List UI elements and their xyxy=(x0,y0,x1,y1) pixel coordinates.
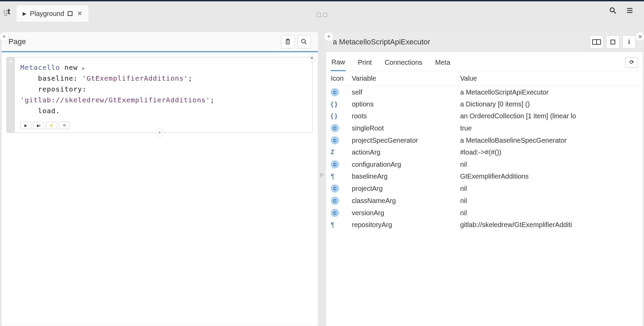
search-icon[interactable] xyxy=(609,7,616,16)
row-value: true xyxy=(460,124,638,132)
workspace: + Page ✕ Metacello new ▶ baseline: 'GtEx… xyxy=(0,22,644,326)
table-row[interactable]: ¶repositoryArggitlab://skeledrew/GtExemp… xyxy=(326,219,643,231)
tab-connections[interactable]: Connections xyxy=(384,56,423,70)
tab-playground[interactable]: ▶ Playground ✕ xyxy=(17,5,88,22)
table-row[interactable]: CconfigurationArgnil xyxy=(326,158,643,170)
row-icon: C xyxy=(331,88,352,96)
info-button[interactable]: i xyxy=(622,35,636,49)
inspector-title: a MetacelloScriptApiExecutor xyxy=(333,38,590,46)
snippet-gutter[interactable] xyxy=(7,57,15,133)
table-row[interactable]: CversionArgnil xyxy=(326,207,643,219)
svg-line-1 xyxy=(614,12,616,14)
row-icon: C xyxy=(331,136,352,144)
inspector-header: a MetacelloScriptApiExecutor i xyxy=(326,32,643,52)
snippet-close-button[interactable]: ✕ xyxy=(308,54,316,62)
row-value: #load:->#(#()) xyxy=(460,148,638,156)
row-variable: singleRoot xyxy=(352,124,460,132)
row-value: a MetacelloScriptApiExecutor xyxy=(460,88,638,96)
row-icon: Σ xyxy=(331,149,352,156)
close-pane-button[interactable]: ✕ xyxy=(635,32,644,41)
run-cursor-icon[interactable]: ▶ xyxy=(82,65,85,71)
do-it-button[interactable]: ▶ xyxy=(20,122,31,129)
svg-point-0 xyxy=(610,8,614,12)
table-row[interactable]: CprojectArgnil xyxy=(326,182,643,195)
row-icon: C xyxy=(331,184,352,192)
maximize-icon xyxy=(610,40,615,44)
table-row[interactable]: { }optionsa Dictionary [0 items] () xyxy=(326,98,643,110)
row-variable: self xyxy=(352,88,460,96)
class-icon: C xyxy=(331,184,339,192)
row-variable: configurationArg xyxy=(352,161,460,168)
row-variable: classNameArg xyxy=(352,197,460,205)
column-header-icon: Icon xyxy=(331,75,352,82)
class-icon: C xyxy=(331,88,339,96)
do-it-and-go-button[interactable]: ▶i xyxy=(33,122,44,129)
row-variable: actionArg xyxy=(352,148,460,156)
code-editor[interactable]: Metacello new ▶ baseline: 'GtExemplifier… xyxy=(7,57,313,120)
row-icon: C xyxy=(331,209,352,217)
column-header-variable: Variable xyxy=(352,75,460,82)
close-icon[interactable]: ✕ xyxy=(77,10,82,17)
refresh-button[interactable]: ⟳ xyxy=(625,57,638,68)
row-value: nil xyxy=(460,197,638,205)
browse-button[interactable] xyxy=(590,35,603,49)
table-row[interactable]: { }rootsan OrderedCollection [1 item] (l… xyxy=(326,110,643,122)
layout-mode-icons[interactable] xyxy=(317,13,327,17)
row-variable: versionArg xyxy=(352,209,460,217)
clipboard-button[interactable] xyxy=(281,35,295,48)
add-snippet-button[interactable]: + xyxy=(156,128,164,137)
row-icon: { } xyxy=(331,101,352,108)
row-icon: ¶ xyxy=(331,221,352,229)
chevron-right-icon[interactable]: ▸ xyxy=(320,168,325,180)
tab-raw[interactable]: Raw xyxy=(331,56,346,71)
row-icon: ¶ xyxy=(331,172,352,180)
paragraph-icon: ¶ xyxy=(331,221,335,229)
row-value: an OrderedCollection [1 item] (linear lo xyxy=(460,112,638,120)
table-row[interactable]: CclassNameArgnil xyxy=(326,195,643,207)
table-row[interactable]: Cselfa MetacelloScriptApiExecutor xyxy=(326,86,643,98)
row-icon: C xyxy=(331,124,352,132)
row-icon: C xyxy=(331,197,352,205)
layout-split-icon[interactable] xyxy=(323,13,327,17)
row-icon: C xyxy=(331,160,352,168)
class-icon: C xyxy=(331,160,339,168)
table-row[interactable]: ¶baselineArgGtExemplifierAdditions xyxy=(326,170,643,182)
svg-point-10 xyxy=(302,39,305,43)
row-value: a MetacelloBaselineSpecGenerator xyxy=(460,137,638,144)
paragraph-icon: ¶ xyxy=(331,172,335,180)
class-icon: C xyxy=(331,136,339,144)
menu-icon[interactable] xyxy=(626,7,633,16)
left-pane-body: ✕ Metacello new ▶ baseline: 'GtExemplifi… xyxy=(1,52,318,326)
row-variable: projectSpecGenerator xyxy=(352,137,460,144)
book-icon xyxy=(592,39,601,45)
row-icon: { } xyxy=(331,113,352,120)
tab-title: Playground xyxy=(30,10,64,18)
class-icon: C xyxy=(331,209,339,217)
debug-button[interactable]: ⚡ xyxy=(46,122,57,129)
profile-button[interactable]: ⟳ xyxy=(59,122,70,129)
row-value: nil xyxy=(460,185,638,192)
class-icon: C xyxy=(331,124,339,132)
search-button[interactable] xyxy=(297,35,311,48)
add-pane-button[interactable]: + xyxy=(324,32,334,41)
dictionary-icon: { } xyxy=(331,113,337,120)
layout-single-icon[interactable] xyxy=(317,13,321,17)
table-row[interactable]: CprojectSpecGeneratora MetacelloBaseline… xyxy=(326,134,643,146)
column-header-value: Value xyxy=(460,75,638,82)
tab-print[interactable]: Print xyxy=(357,56,372,70)
row-value: nil xyxy=(460,161,638,168)
table-row[interactable]: CsingleRoottrue xyxy=(326,122,643,134)
table-row[interactable]: ΣactionArg#load:->#(#()) xyxy=(326,146,643,158)
tab-meta[interactable]: Meta xyxy=(434,56,451,70)
inspector-table-header: Icon Variable Value xyxy=(326,71,643,86)
page-title: Page xyxy=(8,37,281,46)
maximize-button[interactable] xyxy=(606,35,620,49)
row-value: a Dictionary [0 items] () xyxy=(460,100,638,108)
row-value: GtExemplifierAdditions xyxy=(460,172,638,180)
code-snippet[interactable]: ✕ Metacello new ▶ baseline: 'GtExemplifi… xyxy=(6,57,313,133)
app-logo: gt xyxy=(3,7,10,16)
maximize-icon[interactable] xyxy=(68,11,72,16)
right-pane: + ✕ a MetacelloScriptApiExecutor i Raw P… xyxy=(326,32,643,326)
class-icon: C xyxy=(331,197,339,205)
row-value: nil xyxy=(460,209,638,217)
